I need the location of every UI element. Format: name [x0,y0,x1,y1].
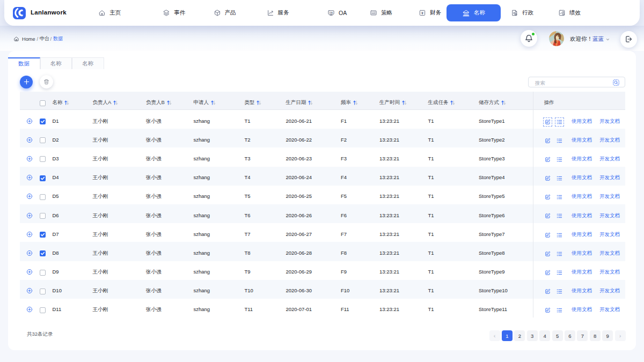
svg-text:¥: ¥ [421,11,423,15]
svg-text:OA: OA [330,11,333,14]
